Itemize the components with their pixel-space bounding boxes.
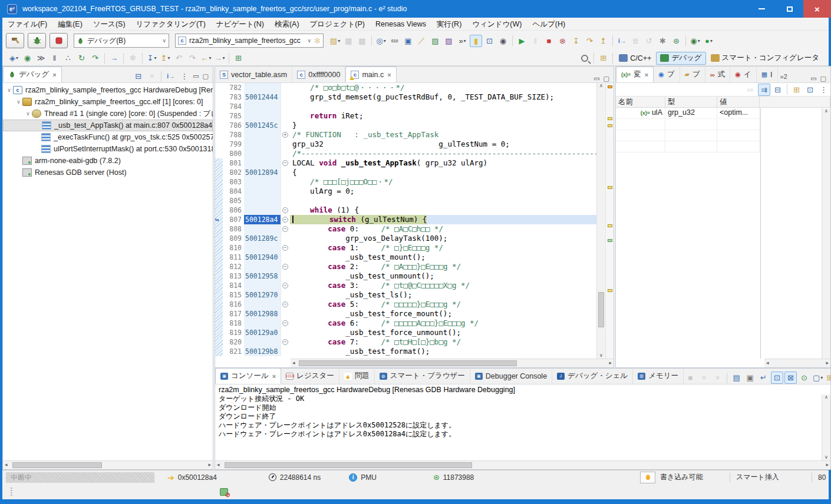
close-icon[interactable]: × xyxy=(272,373,276,380)
code-line[interactable]: 808− case 0: /* □A□C□h□□ */ xyxy=(215,224,596,234)
menu-item-実行(R)[interactable]: 実行(R) xyxy=(431,18,467,31)
gutter-range[interactable] xyxy=(215,319,223,328)
collapse-icon[interactable]: − xyxy=(282,207,288,213)
column-header-型[interactable]: 型 xyxy=(665,97,717,107)
editor-vscrollbar[interactable]: ∧∨ xyxy=(596,83,605,359)
tab-overflow-indicator[interactable]: »2 xyxy=(780,73,787,80)
column-header-名前[interactable]: 名前 xyxy=(616,97,665,107)
clear-console-icon[interactable]: ▤ xyxy=(730,372,743,384)
pause-columns-icon[interactable]: ‖ xyxy=(48,52,61,64)
annotation-mark[interactable] xyxy=(608,85,612,88)
fold-gutter[interactable]: − xyxy=(281,319,290,328)
tab-xvar[interactable]: (x)=変× xyxy=(616,67,654,82)
pin-view-icon[interactable]: ⊡ xyxy=(804,84,816,96)
tab-shell[interactable]: Jデバッグ・シェル xyxy=(552,368,633,384)
drop-to-frame-icon[interactable]: ↺ xyxy=(643,35,655,47)
display-console-icon[interactable]: ▢▾ xyxy=(812,372,824,384)
gutter-range[interactable] xyxy=(215,337,223,347)
step-into-icon[interactable]: ↧ xyxy=(570,35,582,47)
menu-item-編集(E)[interactable]: 編集(E) xyxy=(52,18,88,31)
suspend-icon[interactable]: ‖ xyxy=(529,35,542,47)
tab-folder[interactable]: ▰ブ xyxy=(680,67,705,82)
step-return-icon[interactable]: ↥ xyxy=(597,35,609,47)
column-header-値[interactable]: 値 xyxy=(717,97,760,107)
gutter-range[interactable] xyxy=(215,281,223,290)
next-annotation-icon[interactable]: ↧▾ xyxy=(146,52,158,64)
show-source-icon[interactable]: ≣ xyxy=(629,35,642,47)
scroll-lock-icon[interactable]: ▣ xyxy=(744,372,756,384)
fold-gutter[interactable]: − xyxy=(281,300,290,309)
gutter-range[interactable] xyxy=(215,243,223,253)
terminate-button[interactable] xyxy=(50,33,68,48)
minimize-icon[interactable]: ▭ xyxy=(810,75,816,82)
gutter-range[interactable] xyxy=(215,102,223,111)
annotation-mark[interactable] xyxy=(608,239,612,242)
gutter-range[interactable] xyxy=(215,271,223,281)
remove-launch-icon[interactable]: × xyxy=(698,372,710,384)
fold-gutter[interactable] xyxy=(281,290,290,300)
prev-annotation-icon[interactable]: ↥▾ xyxy=(159,52,172,64)
fold-gutter[interactable] xyxy=(281,92,290,102)
fold-gutter[interactable]: − xyxy=(281,337,290,347)
trim-grip[interactable] xyxy=(11,488,12,496)
gutter-range[interactable] xyxy=(215,158,223,168)
code-line[interactable]: ↪807500128a4− switch (g_ulTestNum) { xyxy=(215,215,596,224)
tab-browser[interactable]: ◍スマート・ブラウザー xyxy=(375,368,470,384)
open-window-icon[interactable]: ⊞ xyxy=(232,52,245,64)
instruction-stepping-icon[interactable]: i→ xyxy=(616,35,628,47)
tab-dbgcon[interactable]: ▣Debugger Console xyxy=(470,368,552,384)
gutter-range[interactable]: ↪ xyxy=(215,215,223,224)
menu-item-ファイル(F)[interactable]: ファイル(F) xyxy=(2,18,52,31)
code-line[interactable]: 818− case 6: /* □□□□□A□□□}□E□□□g */ xyxy=(215,319,596,328)
pin-icon[interactable]: ／ xyxy=(416,35,428,47)
step-over-icon[interactable]: ↷ xyxy=(583,35,596,47)
tree-item[interactable]: ∨rza2m_blinky_sample_freertos_gcc.elf [1… xyxy=(3,96,213,108)
tree-item[interactable]: _usb_test_AppTask() at main.c:807 0x5001… xyxy=(3,120,213,131)
terminate-icon[interactable]: ■ xyxy=(543,35,555,47)
gutter-range[interactable] xyxy=(215,347,223,356)
fold-gutter[interactable]: − xyxy=(281,205,290,215)
gutter-range[interactable] xyxy=(215,196,223,205)
code-line[interactable]: 805 xyxy=(215,196,596,205)
terminate-icon[interactable]: ■ xyxy=(684,372,697,384)
mark-occurrences-icon[interactable]: ▮ xyxy=(470,35,482,47)
gear-icon[interactable]: ✻ xyxy=(127,52,139,64)
search-icon[interactable] xyxy=(578,52,591,64)
menu-item-検索(A)[interactable]: 検索(A) xyxy=(269,18,305,31)
tab-mem[interactable]: ▥メモリー xyxy=(633,368,684,384)
perspective-C/C++[interactable]: C/C++ xyxy=(615,52,655,65)
fold-gutter[interactable]: − xyxy=(281,243,290,253)
fold-gutter[interactable] xyxy=(281,309,290,319)
code-line[interactable]: 810− case 1: /* □}□E□□□g */ xyxy=(215,243,596,253)
refresh-file-icon[interactable]: ↻ xyxy=(75,52,88,64)
variables-hscrollbar[interactable]: ◂▸ xyxy=(764,359,830,367)
close-icon[interactable]: × xyxy=(387,71,391,78)
minimize-icon[interactable]: ▭ xyxy=(193,72,199,80)
console-hscrollbar[interactable]: ◂▸ xyxy=(215,460,830,469)
code-line[interactable]: 804 ulArg = 0; xyxy=(215,187,596,196)
fold-gutter[interactable]: + xyxy=(281,130,290,140)
tab-debug-view[interactable]: デバッグ × xyxy=(3,67,62,82)
pointer-icon[interactable]: → xyxy=(108,52,120,64)
word-wrap-icon[interactable]: ↵ xyxy=(757,372,770,384)
gutter-range[interactable] xyxy=(215,309,223,319)
fold-gutter[interactable] xyxy=(281,102,290,111)
code-line[interactable]: 816− case 5: /* □□□□□}□E□□□g */ xyxy=(215,300,596,309)
collapse-icon[interactable]: − xyxy=(282,320,288,326)
gutter-range[interactable] xyxy=(215,177,223,187)
code-line[interactable]: 81550012970 _usb_test_ls();g_ulTestNum = xyxy=(215,290,596,300)
gutter-range[interactable] xyxy=(215,224,223,234)
fold-gutter[interactable] xyxy=(281,168,290,177)
debug-button[interactable] xyxy=(28,33,46,48)
perspective-デバッグ[interactable]: デバッグ xyxy=(656,52,705,65)
minimize-button[interactable] xyxy=(748,0,776,18)
debug-dropdown-icon[interactable]: ◉▾ xyxy=(689,35,701,47)
gutter-range[interactable] xyxy=(215,328,223,337)
code-editor[interactable]: 782 /* □o□b□t□@・・・・・*/78350012444 grp_st… xyxy=(215,83,596,359)
gutter-range[interactable] xyxy=(215,149,223,158)
code-line[interactable]: 7865001245c} xyxy=(215,121,596,130)
open-perspective-icon[interactable]: ⊞ xyxy=(597,52,609,64)
fold-gutter[interactable] xyxy=(281,121,290,130)
collapse-icon[interactable]: − xyxy=(282,217,288,223)
save-all-icon[interactable]: ▩ xyxy=(356,35,368,47)
